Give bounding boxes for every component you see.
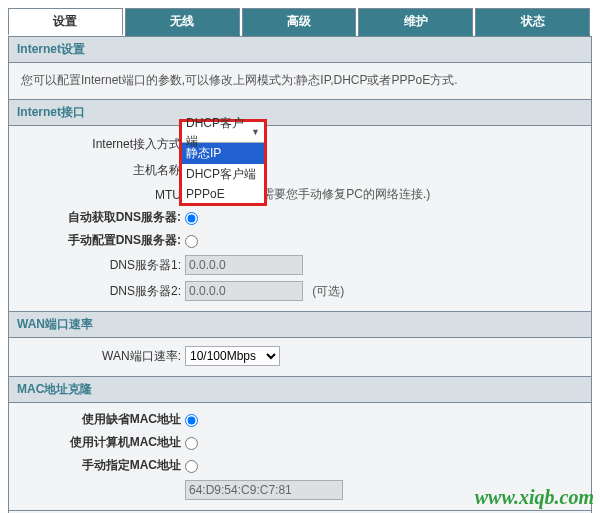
label-dns2: DNS服务器2: bbox=[21, 283, 181, 300]
label-auto-dns: 自动获取DNS服务器: bbox=[21, 209, 181, 226]
internet-settings-desc: 您可以配置Internet端口的参数,可以修改上网模式为:静态IP,DHCP或者… bbox=[21, 71, 579, 89]
content-area: Internet设置 您可以配置Internet端口的参数,可以修改上网模式为:… bbox=[8, 36, 592, 513]
label-manual-dns: 手动配置DNS服务器: bbox=[21, 232, 181, 249]
wan-speed-select[interactable]: 10/100Mbps bbox=[185, 346, 280, 366]
tab-maintenance[interactable]: 维护 bbox=[358, 8, 473, 36]
watermark: www.xiqb.com bbox=[475, 486, 594, 509]
radio-mac-pc[interactable] bbox=[185, 437, 198, 450]
access-mode-dropdown[interactable]: DHCP客户端 ▼ 静态IP DHCP客户端 PPPoE bbox=[179, 119, 267, 206]
label-wan-speed: WAN端口速率: bbox=[21, 348, 181, 365]
tab-wireless[interactable]: 无线 bbox=[125, 8, 240, 36]
label-mac-manual: 手动指定MAC地址 bbox=[21, 457, 181, 474]
label-mac-default: 使用缺省MAC地址 bbox=[21, 411, 181, 428]
chevron-down-icon: ▼ bbox=[251, 123, 260, 141]
dns2-input[interactable] bbox=[185, 281, 303, 301]
section-wan-header: WAN端口速率 bbox=[9, 311, 591, 338]
main-tabs: 设置 无线 高级 维护 状态 bbox=[8, 8, 592, 36]
access-mode-option-dhcp[interactable]: DHCP客户端 bbox=[182, 164, 264, 185]
section-internet-settings-body: 您可以配置Internet端口的参数,可以修改上网模式为:静态IP,DHCP或者… bbox=[9, 63, 591, 99]
dropdown-highlight: DHCP客户端 ▼ 静态IP DHCP客户端 PPPoE bbox=[179, 119, 267, 206]
tab-settings[interactable]: 设置 bbox=[8, 8, 123, 36]
page-root: 设置 无线 高级 维护 状态 Internet设置 您可以配置Internet端… bbox=[0, 0, 600, 513]
tab-advanced[interactable]: 高级 bbox=[242, 8, 357, 36]
radio-manual-dns[interactable] bbox=[185, 235, 198, 248]
section-internet-if-body: Internet接入方式 主机名称 MTU 置后需要您手动修复PC的网络连接.)… bbox=[9, 126, 591, 311]
dns2-optional: (可选) bbox=[312, 284, 344, 298]
section-internet-if-header: Internet接口 bbox=[9, 99, 591, 126]
radio-auto-dns[interactable] bbox=[185, 212, 198, 225]
dns1-input[interactable] bbox=[185, 255, 303, 275]
label-mtu: MTU bbox=[21, 188, 181, 202]
label-access-mode: Internet接入方式 bbox=[21, 136, 181, 153]
section-mac-header: MAC地址克隆 bbox=[9, 376, 591, 403]
access-mode-option-pppoe[interactable]: PPPoE bbox=[182, 185, 264, 203]
access-mode-selected[interactable]: DHCP客户端 ▼ bbox=[182, 122, 264, 143]
section-internet-settings-header: Internet设置 bbox=[9, 36, 591, 63]
radio-mac-manual[interactable] bbox=[185, 460, 198, 473]
radio-mac-default[interactable] bbox=[185, 414, 198, 427]
label-dns1: DNS服务器1: bbox=[21, 257, 181, 274]
label-mac-pc: 使用计算机MAC地址 bbox=[21, 434, 181, 451]
section-wan-body: WAN端口速率: 10/100Mbps bbox=[9, 338, 591, 376]
label-host: 主机名称 bbox=[21, 162, 181, 179]
tab-status[interactable]: 状态 bbox=[475, 8, 590, 36]
mac-input[interactable] bbox=[185, 480, 343, 500]
